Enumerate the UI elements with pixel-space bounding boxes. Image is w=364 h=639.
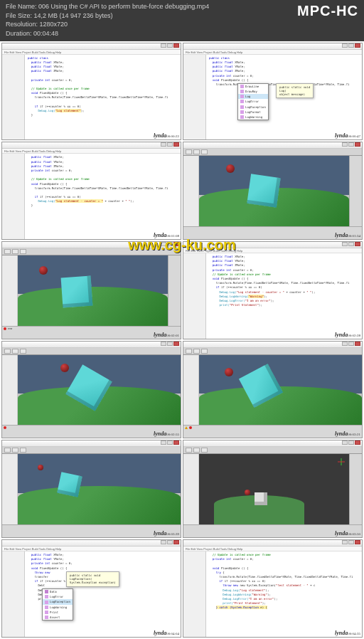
code-editor[interactable]: public class public float XRate; public … xyxy=(206,55,362,140)
thumbnail-1[interactable]: File Edit View Project Build Tools Debug… xyxy=(1,43,181,141)
code-editor[interactable]: public class public float XRate; public … xyxy=(25,55,181,140)
close-button[interactable] xyxy=(173,43,179,48)
intellisense-popup[interactable]: Data LogError LogException LogWarning Pr… xyxy=(42,588,73,620)
hierarchy-panel[interactable] xyxy=(183,156,199,226)
thumbnail-6[interactable]: File Edit View Project Build Tools Debug… xyxy=(183,241,363,339)
window-titlebar xyxy=(2,43,181,50)
thumbnail-12[interactable]: File Edit View Project Build Tools Debug… xyxy=(183,539,363,638)
thumbnail-7[interactable]: lynda00:02:55 xyxy=(1,341,181,439)
info-header: File Name: 006 Using the C# API to perfo… xyxy=(0,0,364,41)
solution-explorer[interactable] xyxy=(183,55,206,140)
thumbnail-5[interactable]: error lynda00:02:01 xyxy=(1,241,181,339)
thumbnail-11[interactable]: File Edit View Project Build Tools Debug… xyxy=(1,539,181,638)
warning-icon xyxy=(185,426,188,429)
cube-object xyxy=(247,174,280,208)
thumbnail-10[interactable]: lynda00:03:50 xyxy=(183,440,363,538)
error-icon xyxy=(4,327,6,330)
thumbnail-3[interactable]: File Edit View Project Build Tools Debug… xyxy=(1,142,181,240)
tooltip: public static void LogException( System.… xyxy=(66,571,119,587)
file-duration: 00:04:48 xyxy=(33,30,58,37)
file-name: 006 Using the C# API to perform brute-fo… xyxy=(38,3,209,10)
tooltip: public static void Log( object message) xyxy=(276,83,314,99)
thumbnail-9[interactable]: lynda00:03:39 xyxy=(1,440,181,538)
thumbnail-2[interactable]: File Edit View Project Build Tools Debug… xyxy=(183,43,363,141)
watermark: www.cg-ku.com xyxy=(128,237,236,253)
maximize-button[interactable] xyxy=(167,43,173,48)
solution-explorer[interactable] xyxy=(2,55,25,140)
intellisense-popup[interactable]: DrawLine DrawRay Log LogError LogExcepti… xyxy=(237,83,269,120)
thumbnail-4[interactable]: lynda00:01:34 xyxy=(183,142,363,240)
inspector-panel[interactable] xyxy=(349,156,362,226)
file-resolution: 1280x720 xyxy=(40,21,68,28)
thumbnail-grid: File Edit View Project Build Tools Debug… xyxy=(0,41,364,639)
player-name: MPC-HC xyxy=(297,3,358,19)
game-view[interactable] xyxy=(199,156,349,226)
unity-toolbar[interactable] xyxy=(183,149,362,156)
scene-gizmo-icon[interactable] xyxy=(336,457,346,467)
file-size: 14,2 MB (14 947 236 bytes) xyxy=(34,12,113,19)
thumbnail-8[interactable]: lynda00:03:21 xyxy=(183,341,363,439)
minimize-button[interactable] xyxy=(161,43,166,48)
menubar[interactable]: File Edit View Project Build Tools Debug… xyxy=(2,50,181,55)
